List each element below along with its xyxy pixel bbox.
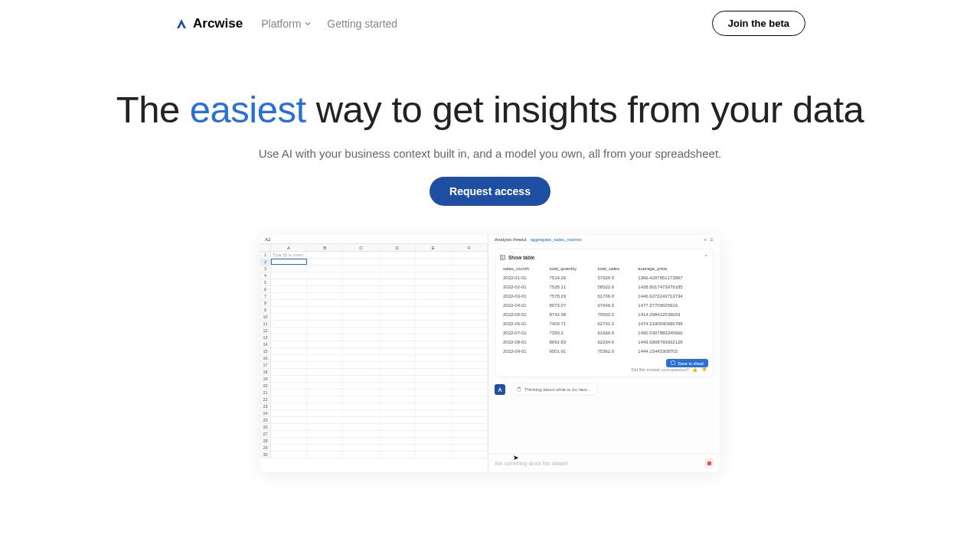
sheet-cell[interactable] — [307, 341, 343, 347]
sheet-cell[interactable] — [380, 383, 416, 389]
row-number[interactable]: 30 — [260, 452, 271, 458]
sheet-cell[interactable] — [343, 314, 379, 320]
sheet-cell[interactable] — [416, 383, 452, 389]
sheet-cell[interactable] — [416, 424, 452, 430]
sheet-cell[interactable] — [416, 431, 452, 437]
sheet-cell[interactable] — [307, 396, 343, 403]
sheet-cell[interactable] — [452, 410, 488, 416]
sheet-cell[interactable] — [380, 328, 416, 334]
sheet-cell[interactable] — [271, 417, 307, 423]
sheet-cell[interactable] — [343, 341, 379, 347]
sheet-cell[interactable] — [380, 252, 416, 258]
row-number[interactable]: 22 — [260, 396, 271, 403]
row-number[interactable]: 6 — [260, 286, 271, 292]
sheet-cell[interactable] — [343, 252, 379, 258]
sheet-cell[interactable] — [452, 321, 488, 327]
row-number[interactable]: 3 — [260, 266, 271, 272]
menu-icon[interactable]: ≡ — [710, 236, 714, 243]
row-number[interactable]: 13 — [260, 334, 271, 341]
sheet-cell[interactable] — [271, 334, 307, 341]
sheet-cell[interactable] — [271, 341, 307, 347]
sheet-cell[interactable] — [343, 348, 379, 354]
sheet-cell[interactable] — [343, 410, 379, 416]
sheet-cell[interactable] — [271, 348, 307, 354]
sheet-cell[interactable]: Type @ to insert — [271, 252, 307, 258]
sheet-cell[interactable] — [452, 355, 488, 361]
nav-platform[interactable]: Platform — [261, 18, 312, 30]
sheet-cell[interactable] — [380, 300, 416, 306]
sheet-cell[interactable] — [343, 272, 379, 279]
sheet-cell[interactable] — [271, 286, 307, 292]
sheet-cell[interactable] — [271, 321, 307, 327]
row-number[interactable]: 14 — [260, 341, 271, 347]
sheet-cell[interactable] — [343, 424, 379, 430]
sheet-cell[interactable] — [271, 266, 307, 272]
sheet-cell[interactable] — [307, 328, 343, 334]
sheet-cell[interactable] — [416, 438, 452, 444]
row-number[interactable]: 21 — [260, 390, 271, 396]
sheet-cell[interactable] — [307, 424, 343, 430]
row-number[interactable]: 4 — [260, 272, 271, 279]
sheet-cell[interactable] — [271, 424, 307, 430]
sheet-cell[interactable] — [380, 362, 416, 368]
sheet-cell[interactable] — [343, 259, 379, 265]
sheet-cell[interactable] — [343, 362, 379, 368]
sheet-cell[interactable] — [380, 348, 416, 354]
save-to-sheet-button[interactable]: Save to sheet — [666, 359, 708, 367]
sheet-cell[interactable] — [307, 383, 343, 389]
sheet-cell[interactable] — [380, 403, 416, 409]
sheet-cell[interactable] — [452, 259, 488, 265]
sheet-cell[interactable] — [416, 307, 452, 313]
sheet-cell[interactable] — [380, 452, 416, 458]
sheet-cell[interactable] — [307, 300, 343, 306]
sheet-cell[interactable] — [307, 252, 343, 258]
sheet-cell[interactable] — [307, 390, 343, 396]
sheet-cell[interactable] — [307, 279, 343, 285]
sheet-cell[interactable] — [452, 314, 488, 320]
sheet-cell[interactable] — [380, 266, 416, 272]
row-number[interactable]: 12 — [260, 328, 271, 334]
sheet-cell[interactable] — [452, 362, 488, 368]
sheet-cell[interactable] — [452, 286, 488, 292]
column-header[interactable]: C — [343, 244, 379, 251]
sheet-cell[interactable] — [380, 286, 416, 292]
sheet-cell[interactable] — [343, 355, 379, 361]
sheet-cell[interactable] — [416, 279, 452, 285]
sheet-cell[interactable] — [343, 396, 379, 403]
sheet-cell[interactable] — [452, 348, 488, 354]
sheet-cell[interactable] — [271, 300, 307, 306]
sheet-cell[interactable] — [271, 279, 307, 285]
row-number[interactable]: 8 — [260, 300, 271, 306]
sheet-cell[interactable] — [416, 417, 452, 423]
sheet-cell[interactable] — [343, 452, 379, 458]
sheet-cell[interactable] — [343, 328, 379, 334]
logo[interactable]: Arcwise — [175, 16, 243, 31]
sheet-cell[interactable] — [271, 452, 307, 458]
sheet-cell[interactable] — [416, 369, 452, 375]
sheet-cell[interactable] — [343, 279, 379, 285]
sheet-cell[interactable] — [271, 403, 307, 409]
sheet-cell[interactable] — [452, 293, 488, 299]
sheet-cell[interactable] — [380, 431, 416, 437]
row-number[interactable]: 27 — [260, 431, 271, 437]
sheet-cell[interactable] — [452, 266, 488, 272]
sheet-cell[interactable] — [307, 321, 343, 327]
sheet-cell[interactable] — [343, 417, 379, 423]
sheet-cell[interactable] — [271, 396, 307, 403]
sheet-cell[interactable] — [416, 341, 452, 347]
row-number[interactable]: 26 — [260, 424, 271, 430]
row-number[interactable]: 16 — [260, 355, 271, 361]
sheet-cell[interactable] — [416, 272, 452, 279]
thumbs-up-icon[interactable]: 👍 — [692, 367, 697, 372]
row-number[interactable]: 7 — [260, 293, 271, 299]
sheet-cell[interactable] — [380, 314, 416, 320]
sheet-cell[interactable] — [416, 266, 452, 272]
sheet-cell[interactable] — [416, 396, 452, 403]
sheet-cell[interactable] — [380, 424, 416, 430]
sheet-cell[interactable] — [271, 445, 307, 451]
row-number[interactable]: 10 — [260, 314, 271, 320]
sheet-cell[interactable] — [380, 369, 416, 375]
row-number[interactable]: 24 — [260, 410, 271, 416]
sheet-cell[interactable] — [452, 403, 488, 409]
nav-getting-started[interactable]: Getting started — [327, 18, 397, 30]
